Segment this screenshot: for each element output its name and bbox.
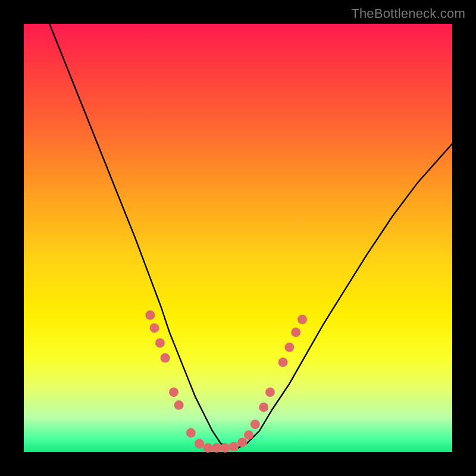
data-marker	[145, 311, 155, 320]
data-marker	[155, 338, 165, 347]
data-marker	[298, 315, 307, 324]
data-marker	[220, 443, 230, 453]
data-marker	[203, 443, 213, 453]
data-marker	[244, 430, 253, 440]
data-marker	[169, 387, 178, 397]
data-marker	[291, 327, 300, 337]
data-marker	[265, 387, 275, 397]
data-marker	[278, 358, 288, 367]
data-marker	[195, 439, 204, 449]
data-marker	[150, 323, 159, 333]
curve-layer	[24, 24, 452, 452]
data-marker	[174, 400, 184, 410]
data-marker	[284, 343, 294, 352]
data-marker	[186, 428, 196, 438]
data-marker	[212, 443, 221, 453]
data-marker	[237, 437, 247, 447]
watermark-text: TheBottleneck.com	[351, 6, 465, 21]
chart-frame: TheBottleneck.com	[0, 0, 476, 476]
data-marker	[250, 419, 260, 429]
data-marker	[259, 402, 268, 412]
plot-area	[24, 24, 452, 452]
bottleneck-curve	[49, 24, 452, 448]
data-marker	[229, 442, 239, 452]
data-marker	[161, 353, 170, 363]
